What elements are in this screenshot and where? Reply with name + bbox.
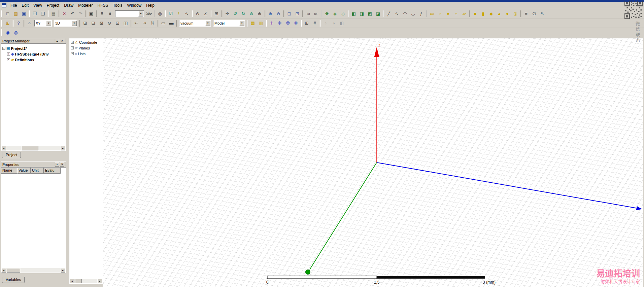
modeler-3d-view[interactable]: z 0 1.5 3 (mm) 易迪拓培训 射频和天线设计专家: [103, 38, 643, 287]
orient-isometric-icon[interactable]: ❖: [323, 10, 331, 17]
selection-filter-combobox[interactable]: ▼: [115, 10, 144, 17]
boundary-display-icon[interactable]: ◎: [156, 10, 164, 17]
redo-icon[interactable]: ↷: [77, 10, 84, 17]
scrollbar-thumb[interactable]: [7, 268, 20, 273]
distribute-icon[interactable]: ⇅: [149, 20, 156, 27]
rotate-screen-center-icon[interactable]: ⊚: [248, 10, 255, 17]
dropdown-arrow-icon[interactable]: ▼: [205, 21, 210, 26]
scroll-right-arrow-icon[interactable]: ►: [61, 146, 65, 150]
drawing-mode-combobox[interactable]: 3D▼: [54, 20, 77, 27]
scrollbar-track[interactable]: [74, 279, 97, 283]
boolean-intersect-icon[interactable]: ⊠: [98, 20, 105, 27]
draw-arc-3point-icon[interactable]: ◡: [409, 10, 417, 17]
grid-plane-combobox[interactable]: XY▼: [34, 20, 52, 27]
fit-all-icon[interactable]: ⊡: [294, 10, 301, 17]
toolbar-gripper[interactable]: [1, 10, 2, 17]
duplicate-mirror-icon[interactable]: ◫: [122, 20, 129, 27]
toolbar-gripper[interactable]: [1, 29, 2, 36]
column-header-value[interactable]: Value: [17, 168, 31, 174]
align-min-icon[interactable]: ⇤: [133, 20, 140, 27]
scrollbar-thumb[interactable]: [75, 279, 82, 283]
thicken-sheet-icon[interactable]: ▭: [160, 20, 167, 27]
expand-icon[interactable]: +: [7, 58, 10, 61]
tree-item-coordinate[interactable]: +∠Coordinate: [69, 39, 102, 45]
expand-icon[interactable]: +: [7, 52, 10, 56]
tree-item-label[interactable]: Definitions: [15, 58, 34, 62]
zoom-window-icon[interactable]: ◻: [285, 10, 293, 17]
tree-item-label[interactable]: HFSSDesign4 (Driv: [15, 52, 48, 56]
orient-bottom-icon[interactable]: ◇: [339, 10, 347, 17]
scroll-right-arrow-icon[interactable]: ►: [61, 268, 65, 273]
measure-area-icon[interactable]: ◧: [338, 20, 345, 27]
orient-right-icon[interactable]: ◪: [374, 10, 382, 17]
tab-project[interactable]: Project: [2, 152, 21, 158]
next-view-icon[interactable]: ⇟: [106, 10, 114, 17]
results-icon[interactable]: ∿: [183, 10, 191, 17]
align-max-icon[interactable]: ⇥: [141, 20, 148, 27]
boolean-subtract-icon[interactable]: ⊟: [90, 20, 97, 27]
zoom-out-icon[interactable]: ⊖: [275, 10, 282, 17]
tree-item-project1[interactable]: -▣Project1*: [1, 45, 66, 51]
rotate-current-axis-icon[interactable]: ↻: [240, 10, 247, 17]
previous-view-icon[interactable]: ⇞: [98, 10, 106, 17]
duplicate-along-line-icon[interactable]: ⊡: [114, 20, 121, 27]
orient-top-icon[interactable]: ◈: [331, 10, 339, 17]
panel-collapse-icon[interactable]: ▴: [55, 163, 59, 167]
rotate-model-center-icon[interactable]: ↺: [232, 10, 239, 17]
draw-rectangle-icon[interactable]: ▭: [428, 10, 436, 17]
orient-left-icon[interactable]: ◩: [366, 10, 374, 17]
menu-window[interactable]: Window: [125, 2, 144, 8]
print-icon[interactable]: ▤: [50, 10, 57, 17]
dropdown-arrow-icon[interactable]: ▼: [72, 21, 77, 26]
reference-cs-icon[interactable]: ⊞: [4, 20, 11, 27]
properties-hscrollbar[interactable]: ◄ ►: [1, 268, 65, 273]
pan-icon[interactable]: ✛: [224, 10, 231, 17]
assign-material-icon[interactable]: ▦: [249, 20, 257, 27]
move-xy-icon[interactable]: ✙: [284, 20, 292, 27]
orient-front-icon[interactable]: ◧: [350, 10, 358, 17]
draw-sphere-icon[interactable]: ●: [504, 10, 511, 17]
column-header-evalu[interactable]: Evalu: [44, 168, 61, 174]
menu-modeler[interactable]: Modeler: [76, 2, 95, 8]
column-header-name[interactable]: Name: [1, 168, 17, 174]
expand-icon[interactable]: +: [71, 46, 74, 49]
menu-view[interactable]: View: [31, 2, 44, 8]
matrix-data-icon[interactable]: ⊞: [213, 10, 220, 17]
dynamic-zoom-icon[interactable]: ⊕: [256, 10, 263, 17]
select-pointer-icon[interactable]: ↖: [539, 10, 546, 17]
orient-back-icon[interactable]: ◨: [358, 10, 366, 17]
panel-close-icon[interactable]: ✕: [60, 163, 64, 167]
dropdown-arrow-icon[interactable]: ▼: [138, 11, 143, 16]
display-mode-combobox[interactable]: Model▼: [213, 20, 245, 27]
draw-plane-icon[interactable]: ▱: [461, 10, 468, 17]
scroll-left-arrow-icon[interactable]: ◄: [1, 146, 6, 150]
scroll-right-arrow-icon[interactable]: ►: [97, 279, 102, 283]
save-icon[interactable]: ▣: [20, 10, 28, 17]
draw-circle-icon[interactable]: ●: [444, 10, 452, 17]
solve-ports-icon[interactable]: ⊙: [194, 10, 201, 17]
tree-item-label[interactable]: Project1*: [11, 46, 27, 50]
view-redo-icon[interactable]: ▻: [312, 10, 320, 17]
draw-regular-polyhedron-icon[interactable]: ◆: [487, 10, 495, 17]
scroll-left-arrow-icon[interactable]: ◄: [1, 268, 6, 273]
tree-item-label[interactable]: Lists: [78, 52, 86, 56]
delete-icon[interactable]: ✕: [61, 10, 68, 17]
column-header-unit[interactable]: Unit: [31, 168, 44, 174]
mdi-child-icon[interactable]: [2, 3, 6, 7]
draw-cylinder-icon[interactable]: ▮: [479, 10, 487, 17]
boolean-unite-icon[interactable]: ⊞: [81, 20, 89, 27]
properties-titlebar[interactable]: Properties ▴ ✕: [1, 162, 66, 167]
menu-file[interactable]: File: [8, 2, 19, 8]
split-icon[interactable]: ⊘: [106, 20, 113, 27]
purge-history-icon[interactable]: ∅: [531, 10, 538, 17]
panel-close-icon[interactable]: ✕: [60, 39, 64, 43]
draw-arc-center-icon[interactable]: ◠: [401, 10, 409, 17]
menu-help[interactable]: Help: [144, 2, 157, 8]
toolbar-gripper[interactable]: [1, 20, 2, 27]
tree-item-definitions[interactable]: +▰Definitions: [1, 57, 66, 63]
dropdown-arrow-icon[interactable]: ▼: [46, 21, 51, 26]
menu-project[interactable]: Project: [44, 2, 62, 8]
measure-position-icon[interactable]: ◔: [322, 20, 329, 27]
local-cs-icon[interactable]: ⊞: [303, 20, 310, 27]
cover-lines-icon[interactable]: ▬: [168, 20, 175, 27]
